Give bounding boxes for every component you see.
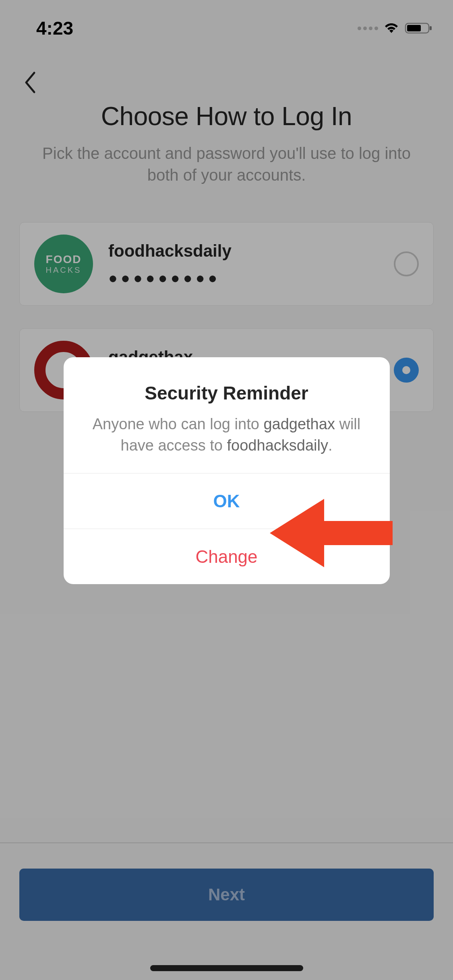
screen: 4:23 <box>0 0 453 980</box>
change-button-label: Change <box>195 547 257 567</box>
dialog-title: Security Reminder <box>83 382 370 404</box>
ok-button[interactable]: OK <box>64 473 390 529</box>
home-indicator[interactable] <box>150 965 303 971</box>
change-button[interactable]: Change <box>64 529 390 584</box>
ok-button-label: OK <box>213 491 240 511</box>
dialog-header: Security Reminder Anyone who can log int… <box>64 357 390 473</box>
dialog-message: Anyone who can log into gadgethax will h… <box>83 414 370 456</box>
security-reminder-dialog: Security Reminder Anyone who can log int… <box>64 357 390 584</box>
